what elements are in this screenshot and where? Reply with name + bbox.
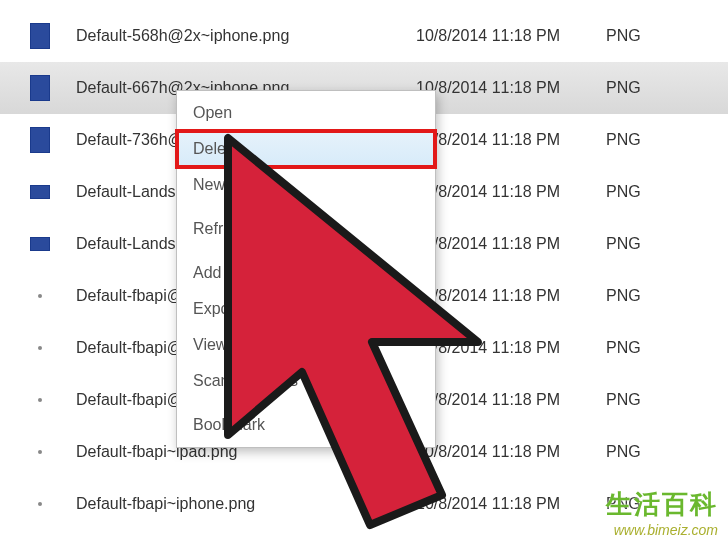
menu-separator	[177, 203, 435, 211]
context-menu-item-add-files[interactable]: Add Files...	[177, 255, 435, 291]
file-icon	[30, 75, 50, 101]
file-icon	[38, 398, 42, 402]
file-date: 10/8/2014 11:18 PM	[416, 131, 606, 149]
file-icon	[30, 185, 50, 199]
file-date: 10/8/2014 11:18 PM	[416, 235, 606, 253]
file-icon	[30, 23, 50, 49]
file-icon	[30, 237, 50, 251]
file-row[interactable]: Default-568h@2x~iphone.png10/8/2014 11:1…	[0, 10, 728, 62]
file-date: 10/8/2014 11:18 PM	[416, 495, 606, 513]
menu-separator	[177, 247, 435, 255]
file-type: PNG	[606, 391, 641, 409]
context-menu-item-open[interactable]: Open	[177, 95, 435, 131]
context-menu-item-new-folder[interactable]: New Folder	[177, 167, 435, 203]
menu-separator	[177, 399, 435, 407]
context-menu-item-delete[interactable]: Delete	[177, 131, 435, 167]
file-type: PNG	[606, 183, 641, 201]
file-date: 10/8/2014 11:18 PM	[416, 79, 606, 97]
file-type: PNG	[606, 443, 641, 461]
file-date: 10/8/2014 11:18 PM	[416, 443, 606, 461]
context-menu-item-refresh[interactable]: Refresh	[177, 211, 435, 247]
file-type: PNG	[606, 235, 641, 253]
context-menu-item-view-in-explorer[interactable]: View in Explorer	[177, 327, 435, 363]
file-type: PNG	[606, 131, 641, 149]
file-date: 10/8/2014 11:18 PM	[416, 27, 606, 45]
file-date: 10/8/2014 11:18 PM	[416, 391, 606, 409]
file-date: 10/8/2014 11:18 PM	[416, 183, 606, 201]
file-date: 10/8/2014 11:18 PM	[416, 339, 606, 357]
file-icon	[38, 502, 42, 506]
context-menu-item-bookmark[interactable]: Bookmark	[177, 407, 435, 443]
file-name: Default-fbapi~iphone.png	[76, 495, 416, 513]
file-name: Default-568h@2x~iphone.png	[76, 27, 416, 45]
file-icon	[38, 294, 42, 298]
file-icon	[30, 127, 50, 153]
watermark: 生活百科 www.bimeiz.com	[606, 487, 718, 538]
file-type: PNG	[606, 27, 641, 45]
file-type: PNG	[606, 79, 641, 97]
watermark-url: www.bimeiz.com	[606, 522, 718, 538]
file-icon	[38, 450, 42, 454]
file-type: PNG	[606, 287, 641, 305]
watermark-text: 生活百科	[606, 487, 718, 522]
context-menu-item-scan-contents[interactable]: Scan Contents	[177, 363, 435, 399]
context-menu-item-export-to-finder[interactable]: Export to Finder	[177, 291, 435, 327]
context-menu: OpenDeleteNew FolderRefreshAdd Files...E…	[176, 90, 436, 448]
file-type: PNG	[606, 339, 641, 357]
file-date: 10/8/2014 11:18 PM	[416, 287, 606, 305]
file-icon	[38, 346, 42, 350]
